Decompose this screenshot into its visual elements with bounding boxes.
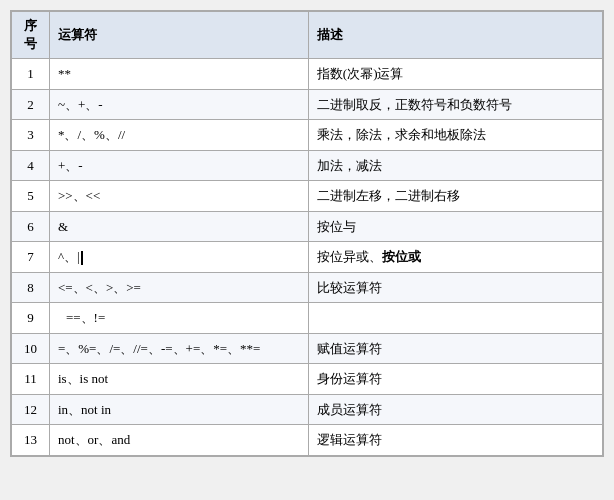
table-row: 7^、|按位异或、按位或 [12, 242, 603, 273]
cell-num: 11 [12, 364, 50, 395]
cell-operator: ^、| [49, 242, 308, 273]
cell-desc: 身份运算符 [308, 364, 602, 395]
header-num: 序号 [12, 12, 50, 59]
cell-desc [308, 303, 602, 334]
cell-desc: 加法，减法 [308, 150, 602, 181]
table-row: 12in、not in成员运算符 [12, 394, 603, 425]
cell-operator: >>、<< [49, 181, 308, 212]
table-body: 1**指数(次幂)运算2~、+、-二进制取反，正数符号和负数符号3*、/、%、/… [12, 59, 603, 456]
table-row: 13not、or、and逻辑运算符 [12, 425, 603, 456]
cell-operator: =、%=、/=、//=、-=、+=、*=、**= [49, 333, 308, 364]
cell-operator: & [49, 211, 308, 242]
cell-operator: +、- [49, 150, 308, 181]
cell-num: 6 [12, 211, 50, 242]
cell-desc: 乘法，除法，求余和地板除法 [308, 120, 602, 151]
cell-desc: 指数(次幂)运算 [308, 59, 602, 90]
cell-num: 3 [12, 120, 50, 151]
header-desc: 描述 [308, 12, 602, 59]
table-row: 10=、%=、/=、//=、-=、+=、*=、**=赋值运算符 [12, 333, 603, 364]
cell-operator: is、is not [49, 364, 308, 395]
cell-num: 8 [12, 272, 50, 303]
cell-operator: ** [49, 59, 308, 90]
cell-num: 4 [12, 150, 50, 181]
cell-desc: 按位与 [308, 211, 602, 242]
cell-desc: 逻辑运算符 [308, 425, 602, 456]
table-header-row: 序号 运算符 描述 [12, 12, 603, 59]
cell-num: 5 [12, 181, 50, 212]
cell-num: 12 [12, 394, 50, 425]
cell-desc: 比较运算符 [308, 272, 602, 303]
operator-table-container: 序号 运算符 描述 1**指数(次幂)运算2~、+、-二进制取反，正数符号和负数… [10, 10, 604, 457]
table-row: 9==、!= [12, 303, 603, 334]
table-row: 6&按位与 [12, 211, 603, 242]
table-row: 8<=、<、>、>=比较运算符 [12, 272, 603, 303]
cell-num: 9 [12, 303, 50, 334]
operator-table: 序号 运算符 描述 1**指数(次幂)运算2~、+、-二进制取反，正数符号和负数… [11, 11, 603, 456]
cell-operator: in、not in [49, 394, 308, 425]
cell-desc: 赋值运算符 [308, 333, 602, 364]
cell-desc: 成员运算符 [308, 394, 602, 425]
table-row: 3*、/、%、//乘法，除法，求余和地板除法 [12, 120, 603, 151]
cell-num: 10 [12, 333, 50, 364]
table-row: 2~、+、-二进制取反，正数符号和负数符号 [12, 89, 603, 120]
cell-num: 2 [12, 89, 50, 120]
header-op: 运算符 [49, 12, 308, 59]
cell-operator: <=、<、>、>= [49, 272, 308, 303]
table-row: 4+、-加法，减法 [12, 150, 603, 181]
cell-operator: ==、!= [49, 303, 308, 334]
cell-desc: 二进制左移，二进制右移 [308, 181, 602, 212]
cell-operator: *、/、%、// [49, 120, 308, 151]
cell-operator: not、or、and [49, 425, 308, 456]
cell-num: 7 [12, 242, 50, 273]
cell-operator: ~、+、- [49, 89, 308, 120]
cell-desc: 按位异或、按位或 [308, 242, 602, 273]
table-row: 5>>、<<二进制左移，二进制右移 [12, 181, 603, 212]
table-row: 1**指数(次幂)运算 [12, 59, 603, 90]
cell-desc: 二进制取反，正数符号和负数符号 [308, 89, 602, 120]
cell-num: 13 [12, 425, 50, 456]
table-row: 11is、is not身份运算符 [12, 364, 603, 395]
cell-num: 1 [12, 59, 50, 90]
